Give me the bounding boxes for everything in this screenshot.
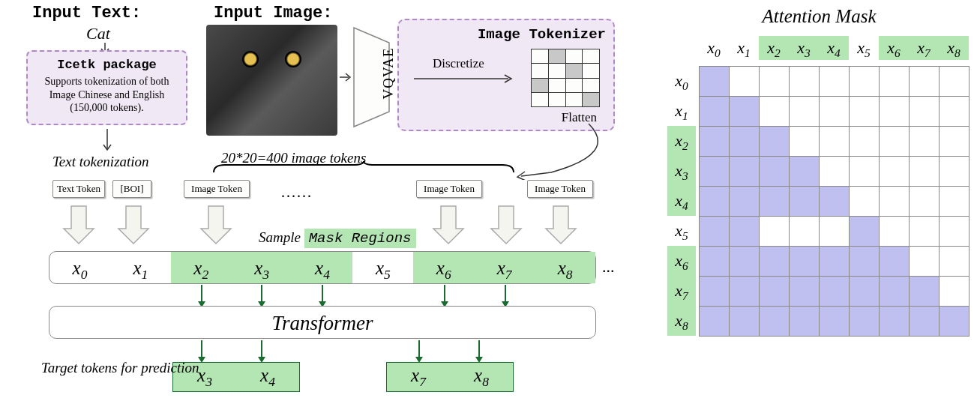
grid-cell xyxy=(532,49,549,64)
mask-cell xyxy=(940,127,970,157)
mask-cell xyxy=(910,277,940,307)
mask-cell xyxy=(790,157,820,187)
grid-cell xyxy=(532,64,549,78)
mask-cell xyxy=(850,217,880,247)
mask-cell xyxy=(760,67,790,97)
mask-cell xyxy=(850,67,880,97)
mask-cell xyxy=(850,277,880,307)
col-label-x3: x3 xyxy=(789,36,819,60)
thin-arrow-icon xyxy=(505,285,506,304)
thin-arrow-icon xyxy=(322,285,323,304)
mask-cell xyxy=(940,247,970,277)
mask-cell xyxy=(760,307,790,337)
token-x6: x6 xyxy=(413,252,474,283)
discretize-arrow xyxy=(412,73,517,85)
mask-regions-highlight: Mask Regions xyxy=(304,229,416,248)
mask-cell xyxy=(940,187,970,217)
mask-cell xyxy=(850,307,880,337)
mask-cell xyxy=(700,97,730,127)
mask-cell xyxy=(880,127,910,157)
mask-cell xyxy=(910,127,940,157)
flatten-arrow xyxy=(514,116,626,180)
mask-cell xyxy=(700,277,730,307)
mask-cell xyxy=(880,157,910,187)
input-image-label: Input Image: xyxy=(214,4,332,22)
discretize-label: Discretize xyxy=(433,56,484,71)
mask-cell xyxy=(760,277,790,307)
col-label-x8: x8 xyxy=(939,36,969,60)
mask-cell xyxy=(700,157,730,187)
mask-cell xyxy=(700,187,730,217)
thin-arrow-icon xyxy=(261,285,262,304)
brace-400-tokens xyxy=(206,161,521,178)
down-arrow-icon xyxy=(60,202,97,246)
output-token: x7 xyxy=(411,365,426,390)
mask-cell xyxy=(880,187,910,217)
text-token-box: Text Token xyxy=(52,180,105,198)
mask-cell xyxy=(850,97,880,127)
mask-cell xyxy=(760,127,790,157)
image-token-box-2: Image Token xyxy=(416,180,482,198)
token-x1: x1 xyxy=(110,252,171,283)
thin-arrow-icon xyxy=(444,285,445,304)
mask-cell xyxy=(910,247,940,277)
strip-dots: ... xyxy=(602,257,615,277)
token-x0: x0 xyxy=(49,252,110,283)
token-dots: ...... xyxy=(281,184,313,201)
token-sequence-strip: x0x1x2x3x4x5x6x7x8 xyxy=(49,251,596,284)
grid-cell xyxy=(583,78,600,92)
row-label-x3: x3 xyxy=(667,156,696,186)
output-token: x3 xyxy=(197,365,212,390)
mask-cell xyxy=(700,247,730,277)
mask-cell xyxy=(730,67,760,97)
mask-cell xyxy=(820,277,850,307)
output-token: x4 xyxy=(260,365,275,390)
col-label-x2: x2 xyxy=(759,36,789,60)
thin-arrow-icon xyxy=(261,340,262,359)
token-x7: x7 xyxy=(474,252,535,283)
mask-cell xyxy=(940,67,970,97)
image-token-box-1: Image Token xyxy=(184,180,250,198)
token-x3: x3 xyxy=(232,252,292,283)
transformer-box: Transformer xyxy=(49,306,596,339)
mask-cell xyxy=(850,247,880,277)
row-label-x4: x4 xyxy=(667,186,696,216)
mask-cell xyxy=(850,187,880,217)
grid-cell xyxy=(565,49,583,64)
sample-text: Sample xyxy=(259,229,301,245)
grid-cell xyxy=(583,92,600,106)
row-label-x5: x5 xyxy=(667,216,696,246)
row-label-x1: x1 xyxy=(667,96,696,126)
target-tokens-label: Target tokens for prediction xyxy=(41,360,199,377)
mask-cell xyxy=(700,217,730,247)
mask-cell xyxy=(730,277,760,307)
token-x2: x2 xyxy=(171,252,232,283)
grid-cell xyxy=(548,49,565,64)
mask-cell xyxy=(790,277,820,307)
mask-cell xyxy=(850,127,880,157)
image-tokenizer-box: Image Tokenizer Discretize Flatten xyxy=(397,19,615,131)
mask-cell xyxy=(730,307,760,337)
mask-cell xyxy=(910,187,940,217)
mask-cell xyxy=(880,217,910,247)
mask-cell xyxy=(730,217,760,247)
grid-cell xyxy=(532,92,549,106)
grid-cell xyxy=(548,92,565,106)
mask-cell xyxy=(820,217,850,247)
col-label-x0: x0 xyxy=(699,36,729,60)
attention-mask-title: Attention Mask xyxy=(667,6,971,27)
thin-arrow-icon xyxy=(201,285,202,304)
mask-cell xyxy=(850,157,880,187)
grid-cell xyxy=(583,49,600,64)
mask-cell xyxy=(880,307,910,337)
input-text-label: Input Text: xyxy=(32,4,141,22)
icetk-description: Supports tokenization of both Image Chin… xyxy=(35,75,178,115)
mask-cell xyxy=(730,187,760,217)
row-label-x6: x6 xyxy=(667,246,696,276)
mask-cell xyxy=(940,277,970,307)
mask-cell xyxy=(790,187,820,217)
down-arrow-icon xyxy=(430,202,467,246)
down-arrow-icon xyxy=(487,202,525,246)
mask-cell xyxy=(790,127,820,157)
mask-cell xyxy=(760,157,790,187)
